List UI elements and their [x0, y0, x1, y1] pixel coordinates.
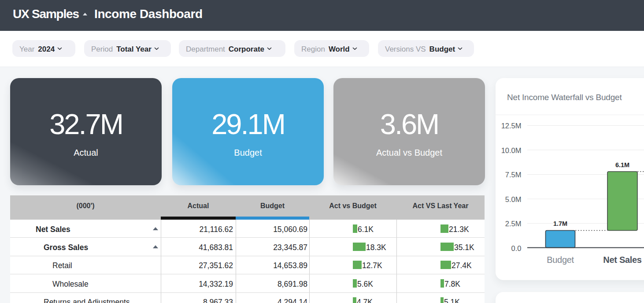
svg-text:7.5M: 7.5M	[505, 171, 522, 179]
svg-text:Net Sales: Net Sales	[603, 255, 642, 265]
svg-text:2.5M: 2.5M	[505, 220, 522, 228]
svg-text:6.1M: 6.1M	[615, 161, 629, 168]
svg-text:5.0M: 5.0M	[505, 195, 522, 203]
svg-text:10.0M: 10.0M	[501, 146, 522, 154]
svg-text:0.0: 0.0	[511, 244, 522, 252]
svg-text:12.5M: 12.5M	[501, 122, 522, 130]
svg-text:1.7M: 1.7M	[553, 220, 567, 227]
svg-text:Budget: Budget	[547, 255, 574, 265]
